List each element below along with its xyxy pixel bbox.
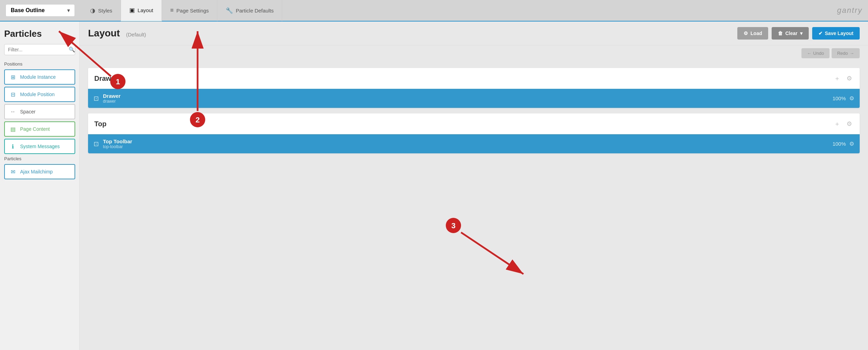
main-container: Particles 🔍 Positions ⊞ Module Instance … [0, 22, 868, 350]
layout-icon: ▣ [129, 7, 135, 14]
tab-styles-label: Styles [98, 8, 112, 14]
sidebar-item-module-position-label: Module Position [20, 92, 55, 97]
module-instance-icon: ⊞ [9, 73, 17, 81]
tab-styles[interactable]: ◑ Styles [82, 0, 121, 21]
tab-page-settings-label: Page Settings [176, 8, 209, 14]
load-icon: ⚙ [744, 31, 748, 36]
sidebar-item-system-messages[interactable]: ℹ System Messages [4, 139, 75, 154]
positions-label: Positions [4, 61, 75, 67]
clear-button[interactable]: 🗑 Clear ▾ [772, 27, 808, 40]
drawer-section-title: Drawer [94, 75, 118, 83]
particle-defaults-icon: 🔧 [226, 7, 233, 14]
module-position-icon: ⊟ [9, 91, 17, 98]
sidebar-title: Particles [4, 28, 75, 39]
search-icon: 🔍 [69, 46, 75, 53]
top-add-button[interactable]: ＋ [833, 118, 842, 129]
top-section-title: Top [94, 120, 106, 128]
content-area: Layout (Default) ⚙ Load 🗑 Clear ▾ ✔ Save… [80, 22, 868, 350]
save-layout-label: Save Layout [825, 31, 853, 36]
redo-arrow-icon: → [850, 51, 854, 56]
undo-redo-bar: ← Undo Redo → [80, 45, 868, 61]
page-content-icon: ▤ [9, 125, 17, 133]
drawer-row-icon: ⊡ [94, 95, 99, 102]
drawer-row-subtitle: drawer [103, 99, 833, 104]
sidebar-item-page-content[interactable]: ▤ Page Content [4, 121, 75, 137]
drawer-row-info: Drawer drawer [103, 93, 833, 104]
chevron-down-icon: ▾ [67, 8, 70, 13]
sidebar-item-ajax-mailchimp-label: Ajax Mailchimp [20, 169, 53, 174]
drawer-section-header: Drawer ＋ ⚙ [88, 68, 860, 89]
layout-subtitle: (Default) [126, 32, 146, 37]
sidebar-item-module-instance-label: Module Instance [20, 74, 56, 80]
drawer-settings-button[interactable]: ⚙ [845, 73, 853, 84]
layout-content: Drawer ＋ ⚙ ⊡ Drawer drawer 100% ⚙ [80, 61, 868, 350]
load-label: Load [750, 31, 762, 36]
page-settings-icon: ≡ [170, 7, 174, 14]
ajax-mailchimp-icon: ✉ [9, 168, 17, 176]
drawer-row: ⊡ Drawer drawer 100% ⚙ [88, 89, 860, 108]
spacer-icon: ↔ [9, 108, 17, 116]
outline-selector-label: Base Outline [11, 7, 45, 14]
undo-arrow-icon: ← [807, 51, 811, 56]
top-nav: Base Outline ▾ ◑ Styles ▣ Layout ≡ Page … [0, 0, 868, 22]
outline-selector[interactable]: Base Outline ▾ [6, 4, 75, 17]
top-toolbar-row-subtitle: top-toolbar [103, 144, 833, 149]
top-toolbar-row-gear-icon[interactable]: ⚙ [849, 140, 854, 147]
clear-chevron-icon: ▾ [800, 31, 802, 36]
drawer-add-button[interactable]: ＋ [833, 73, 842, 84]
sidebar: Particles 🔍 Positions ⊞ Module Instance … [0, 22, 80, 350]
sidebar-item-system-messages-label: System Messages [20, 144, 60, 149]
check-icon: ✔ [818, 31, 823, 36]
save-layout-button[interactable]: ✔ Save Layout [812, 27, 860, 40]
drawer-section: Drawer ＋ ⚙ ⊡ Drawer drawer 100% ⚙ [88, 68, 860, 108]
styles-icon: ◑ [90, 7, 95, 14]
tab-particle-defaults[interactable]: 🔧 Particle Defaults [217, 0, 282, 21]
undo-label: Undo [813, 51, 824, 56]
sidebar-item-spacer[interactable]: ↔ Spacer [4, 104, 75, 119]
undo-button[interactable]: ← Undo [801, 48, 830, 58]
clear-label: Clear [785, 31, 797, 36]
tab-layout[interactable]: ▣ Layout [121, 0, 162, 21]
particles-label: Particles [4, 156, 75, 161]
sidebar-item-module-position[interactable]: ⊟ Module Position [4, 87, 75, 102]
top-section-actions: ＋ ⚙ [833, 118, 853, 129]
redo-label: Redo [837, 51, 848, 56]
trash-icon: 🗑 [778, 31, 783, 36]
sidebar-item-spacer-label: Spacer [20, 109, 35, 114]
gantry-logo: gantry [837, 6, 862, 15]
drawer-row-title: Drawer [103, 93, 833, 99]
top-toolbar-row-title: Top Toolbar [103, 138, 833, 144]
top-section: Top ＋ ⚙ ⊡ Top Toolbar top-toolbar 100% ⚙ [88, 113, 860, 153]
sidebar-item-ajax-mailchimp[interactable]: ✉ Ajax Mailchimp [4, 164, 75, 179]
top-toolbar-row-percent: 100% [833, 141, 846, 147]
drawer-row-percent: 100% [833, 95, 846, 101]
drawer-section-actions: ＋ ⚙ [833, 73, 853, 84]
load-button[interactable]: ⚙ Load [737, 27, 768, 40]
system-messages-icon: ℹ [9, 143, 17, 150]
search-box[interactable]: 🔍 [4, 44, 75, 55]
redo-button[interactable]: Redo → [832, 48, 860, 58]
content-header: Layout (Default) ⚙ Load 🗑 Clear ▾ ✔ Save… [80, 22, 868, 45]
top-toolbar-row-icon: ⊡ [94, 140, 99, 148]
sidebar-item-module-instance[interactable]: ⊞ Module Instance [4, 69, 75, 85]
top-toolbar-row: ⊡ Top Toolbar top-toolbar 100% ⚙ [88, 134, 860, 153]
tab-particle-defaults-label: Particle Defaults [236, 8, 274, 14]
search-input[interactable] [8, 47, 69, 52]
top-toolbar-row-info: Top Toolbar top-toolbar [103, 138, 833, 149]
page-title: Layout [88, 28, 120, 39]
tab-layout-label: Layout [138, 7, 153, 13]
tab-page-settings[interactable]: ≡ Page Settings [162, 0, 217, 21]
sidebar-item-page-content-label: Page Content [20, 126, 50, 132]
drawer-row-gear-icon[interactable]: ⚙ [849, 95, 854, 102]
top-section-header: Top ＋ ⚙ [88, 113, 860, 134]
top-settings-button[interactable]: ⚙ [845, 119, 853, 129]
header-actions: ⚙ Load 🗑 Clear ▾ ✔ Save Layout [737, 27, 860, 40]
